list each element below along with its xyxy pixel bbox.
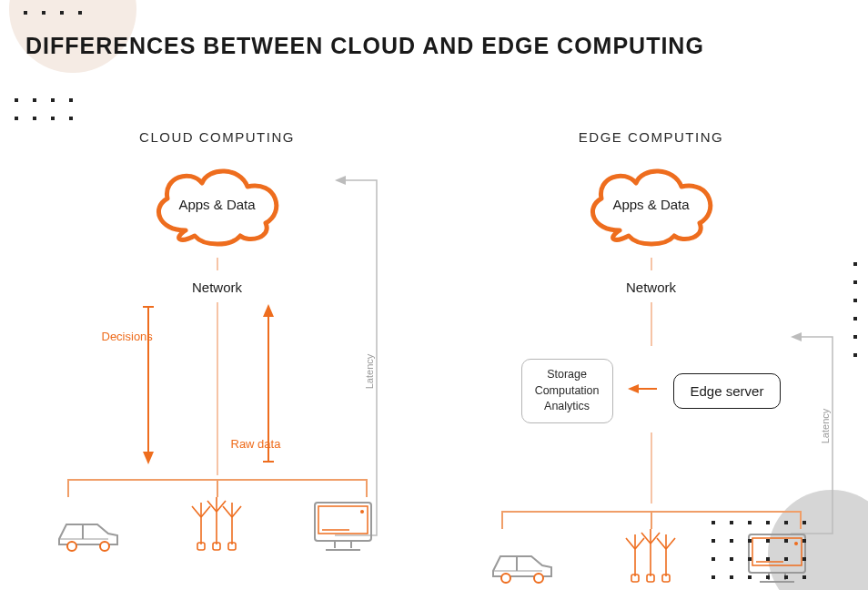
svg-point-8 [100, 542, 109, 551]
connector-line [651, 432, 652, 504]
cloud-icon: Apps & Data [140, 158, 295, 249]
device-bus [22, 479, 413, 561]
svg-line-42 [635, 538, 644, 549]
svg-line-41 [626, 538, 635, 549]
cloud-label: Apps & Data [178, 197, 255, 212]
page-title: DIFFERENCES BETWEEN CLOUD AND EDGE COMPU… [25, 31, 704, 62]
svg-marker-4 [263, 304, 274, 317]
connector-line [651, 302, 652, 346]
decisions-arrow [140, 302, 164, 466]
svg-line-52 [666, 538, 675, 549]
panel-title-edge: EDGE COMPUTING [456, 129, 847, 145]
network-label: Network [456, 280, 847, 295]
svg-line-12 [192, 506, 201, 517]
edge-server-box: Edge server [673, 373, 782, 409]
edge-capability-line: Analytics [535, 399, 600, 415]
dot-ornament [16, 4, 89, 22]
cloud-icon: Apps & Data [574, 158, 729, 249]
dot-ornament [7, 91, 80, 127]
connector-line [651, 258, 652, 270]
svg-point-36 [501, 574, 510, 583]
svg-marker-35 [791, 332, 802, 341]
raw-data-label: Raw data [231, 437, 281, 451]
car-icon [486, 544, 559, 591]
wind-turbine-icon [185, 497, 248, 559]
svg-line-18 [217, 501, 226, 512]
wind-turbine-icon [619, 529, 682, 591]
svg-point-37 [534, 574, 543, 583]
connector-line [217, 258, 218, 270]
arrow-left-icon [628, 382, 659, 399]
latency-label: Latency [364, 354, 375, 390]
svg-line-46 [641, 533, 651, 544]
dot-ornament [704, 514, 813, 586]
svg-marker-1 [143, 452, 154, 464]
svg-line-47 [651, 533, 660, 544]
panel-title-cloud: CLOUD COMPUTING [22, 129, 413, 145]
edge-capability-line: Computation [535, 383, 600, 400]
connector-line [217, 302, 218, 475]
dot-ornament [846, 255, 864, 364]
latency-label: Latency [820, 409, 831, 444]
svg-line-51 [657, 538, 666, 549]
svg-rect-26 [315, 503, 371, 541]
svg-line-17 [207, 501, 217, 512]
decisions-label: Decisions [102, 330, 153, 343]
edge-capability-line: Storage [535, 367, 600, 383]
svg-point-7 [67, 542, 76, 551]
svg-line-22 [223, 506, 232, 517]
monitor-icon [309, 497, 382, 559]
cloud-label: Apps & Data [612, 197, 689, 212]
svg-marker-6 [335, 176, 346, 185]
cloud-computing-panel: CLOUD COMPUTING Apps & Data Network Deci… [22, 129, 413, 590]
svg-marker-34 [628, 384, 639, 393]
svg-line-23 [232, 506, 241, 517]
svg-point-31 [360, 510, 364, 514]
car-icon [52, 512, 125, 559]
svg-line-13 [201, 506, 210, 517]
edge-capabilities-box: Storage Computation Analytics [521, 359, 613, 423]
